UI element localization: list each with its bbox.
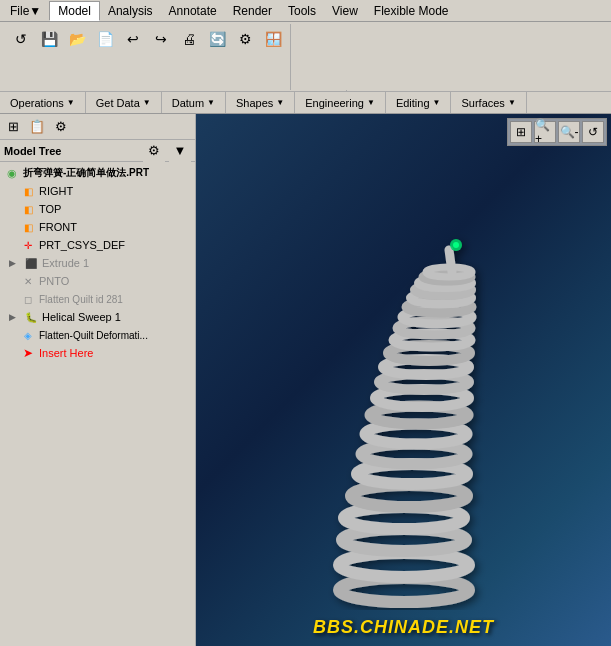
toolbar-param-btn[interactable]: ⚙: [232, 26, 258, 52]
panel-layer-btn[interactable]: 📋: [26, 116, 48, 138]
spring-svg: [304, 150, 504, 610]
left-panel: ⊞ 📋 ⚙ Model Tree ⚙ ▼ ◉ 折弯弹簧-正确简单做法.PRT ◧…: [0, 114, 196, 646]
menu-analysis[interactable]: Analysis: [100, 2, 161, 20]
tree-area[interactable]: ◉ 折弯弹簧-正确简单做法.PRT ◧ RIGHT ◧ TOP ◧ FRONT: [0, 162, 195, 646]
tree-item-flatten-deform-label: Flatten-Quilt Deformati...: [39, 330, 148, 341]
model-tree-expand-btn[interactable]: ▼: [169, 140, 191, 162]
tab-engineering-arrow: ▼: [367, 98, 375, 107]
tab-shapes-label: Shapes: [236, 97, 273, 109]
plane-icon-right: ◧: [20, 183, 36, 199]
viewport-zoom-in-btn[interactable]: 🔍+: [534, 121, 556, 143]
viewport-toolbar: ⊞ 🔍+ 🔍- ↺: [507, 118, 607, 146]
menu-file[interactable]: File▼: [2, 2, 49, 20]
viewport-refit-btn[interactable]: ↺: [582, 121, 604, 143]
model-icon: ◉: [4, 165, 20, 181]
toolbar-refresh-btn[interactable]: ↺: [8, 26, 34, 52]
tab-surfaces[interactable]: Surfaces ▼: [451, 92, 526, 113]
spring-container: [196, 114, 611, 646]
tree-item-pnto[interactable]: ✕ PNTO: [0, 272, 195, 290]
expand-arrow2-icon: ▶: [4, 309, 20, 325]
tab-datum-label: Datum: [172, 97, 204, 109]
tab-get-data-label: Get Data: [96, 97, 140, 109]
tab-get-data-arrow: ▼: [143, 98, 151, 107]
menu-bar: File▼ Model Analysis Annotate Render Too…: [0, 0, 611, 22]
tree-item-right-label: RIGHT: [39, 185, 73, 197]
tree-item-insert-label: Insert Here: [39, 347, 93, 359]
model-tree-header: Model Tree ⚙ ▼: [0, 140, 195, 162]
spring-coils: [339, 239, 472, 602]
tab-shapes-arrow: ▼: [276, 98, 284, 107]
expand-arrow-icon: ▶: [4, 255, 20, 271]
tab-datum[interactable]: Datum ▼: [162, 92, 226, 113]
tree-item-root[interactable]: ◉ 折弯弹簧-正确简单做法.PRT: [0, 164, 195, 182]
tab-datum-arrow: ▼: [207, 98, 215, 107]
tab-engineering[interactable]: Engineering ▼: [295, 92, 386, 113]
point-icon: ✕: [20, 273, 36, 289]
tree-item-front[interactable]: ◧ FRONT: [0, 218, 195, 236]
tab-get-data[interactable]: Get Data ▼: [86, 92, 162, 113]
menu-view[interactable]: View: [324, 2, 366, 20]
tree-item-extrude-label: Extrude 1: [42, 257, 89, 269]
menu-render[interactable]: Render: [225, 2, 280, 20]
viewport[interactable]: ⊞ 🔍+ 🔍- ↺ BBS.CHINADE.NET: [196, 114, 611, 646]
quilt-icon: ◻: [20, 291, 36, 307]
tab-strip: Operations ▼ Get Data ▼ Datum ▼ Shapes ▼…: [0, 92, 611, 114]
panel-toolbar: ⊞ 📋 ⚙: [0, 114, 195, 140]
tree-item-right[interactable]: ◧ RIGHT: [0, 182, 195, 200]
tree-item-insert-here[interactable]: ➤ Insert Here: [0, 344, 195, 362]
toolbar-open-btn[interactable]: 📂: [64, 26, 90, 52]
tab-editing-arrow: ▼: [433, 98, 441, 107]
tab-operations-arrow: ▼: [67, 98, 75, 107]
menu-tools[interactable]: Tools: [280, 2, 324, 20]
tree-item-helical-label: Helical Sweep 1: [42, 311, 121, 323]
tab-shapes[interactable]: Shapes ▼: [226, 92, 295, 113]
toolbar-area: ↺ 💾 📂 📄 ↩ ↪ 🖨 🔄 ⚙ 🪟 ✏ ◻ ⬛ ⟳ 〜 ⬡ ⊙ ◯ 📐 △ …: [0, 22, 611, 92]
tree-item-flatten-quilt[interactable]: ◻ Flatten Quilt id 281: [0, 290, 195, 308]
menu-annotate[interactable]: Annotate: [161, 2, 225, 20]
tab-surfaces-arrow: ▼: [508, 98, 516, 107]
viewport-fit-btn[interactable]: ⊞: [510, 121, 532, 143]
tree-item-top[interactable]: ◧ TOP: [0, 200, 195, 218]
toolbar-save-btn[interactable]: 💾: [36, 26, 62, 52]
insert-here-icon: ➤: [20, 345, 36, 361]
tree-item-front-label: FRONT: [39, 221, 77, 233]
svg-line-22: [449, 250, 452, 272]
tree-item-extrude[interactable]: ▶ ⬛ Extrude 1: [0, 254, 195, 272]
panel-tree-btn[interactable]: ⊞: [2, 116, 24, 138]
plane-icon-front: ◧: [20, 219, 36, 235]
toolbar-group-1: ↺ 💾 📂 📄 ↩ ↪ 🖨 🔄 ⚙ 🪟: [4, 24, 291, 90]
model-tree-title: Model Tree: [4, 145, 61, 157]
plane-icon-top: ◧: [20, 201, 36, 217]
toolbar-redo-btn[interactable]: ↪: [148, 26, 174, 52]
tab-operations-label: Operations: [10, 97, 64, 109]
main-content: ⊞ 📋 ⚙ Model Tree ⚙ ▼ ◉ 折弯弹簧-正确简单做法.PRT ◧…: [0, 114, 611, 646]
model-tree-settings-btn[interactable]: ⚙: [143, 140, 165, 162]
menu-model[interactable]: Model: [49, 1, 100, 21]
extrude-icon: ⬛: [23, 255, 39, 271]
toolbar-window-btn[interactable]: 🪟: [260, 26, 286, 52]
tree-item-flatten-quilt-label: Flatten Quilt id 281: [39, 294, 123, 305]
watermark: BBS.CHINADE.NET: [313, 617, 494, 638]
tree-item-csys[interactable]: ✛ PRT_CSYS_DEF: [0, 236, 195, 254]
viewport-zoom-out-btn[interactable]: 🔍-: [558, 121, 580, 143]
toolbar-undo-btn[interactable]: ↩: [120, 26, 146, 52]
flatten-deform-icon: ◈: [20, 327, 36, 343]
tree-item-csys-label: PRT_CSYS_DEF: [39, 239, 125, 251]
menu-flexible-mode[interactable]: Flexible Mode: [366, 2, 457, 20]
toolbar-repaint-btn[interactable]: 🔄: [204, 26, 230, 52]
toolbar-print-btn[interactable]: 🖨: [176, 26, 202, 52]
tree-item-flatten-deform[interactable]: ◈ Flatten-Quilt Deformati...: [0, 326, 195, 344]
tree-item-pnto-label: PNTO: [39, 275, 69, 287]
toolbar-new-btn[interactable]: 📄: [92, 26, 118, 52]
tree-item-root-label: 折弯弹簧-正确简单做法.PRT: [23, 166, 149, 180]
panel-settings-btn[interactable]: ⚙: [50, 116, 72, 138]
helix-icon: 🐛: [23, 309, 39, 325]
tab-surfaces-label: Surfaces: [461, 97, 504, 109]
tab-editing[interactable]: Editing ▼: [386, 92, 452, 113]
tab-editing-label: Editing: [396, 97, 430, 109]
tree-item-helical[interactable]: ▶ 🐛 Helical Sweep 1: [0, 308, 195, 326]
tab-operations[interactable]: Operations ▼: [0, 92, 86, 113]
svg-point-24: [453, 242, 459, 248]
tab-engineering-label: Engineering: [305, 97, 364, 109]
csys-icon: ✛: [20, 237, 36, 253]
